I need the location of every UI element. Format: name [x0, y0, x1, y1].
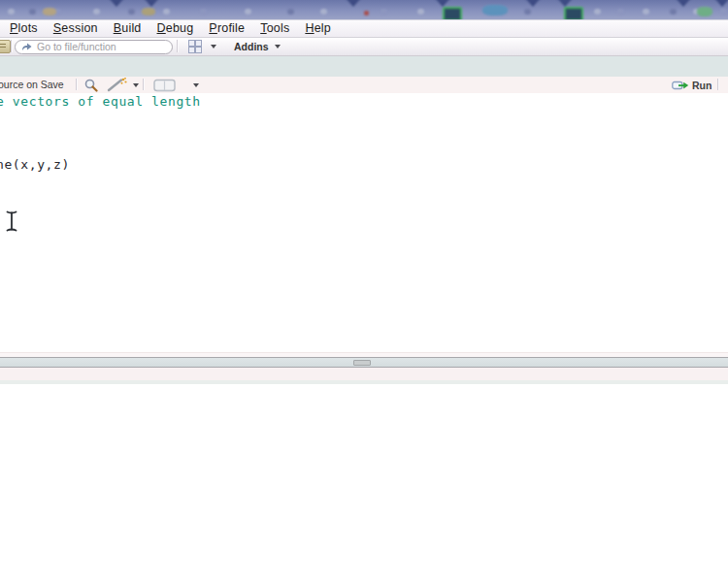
toolbar-separator: [177, 40, 178, 52]
search-input[interactable]: [35, 40, 155, 53]
text-cursor-pointer: [6, 210, 17, 232]
code-comment-line: e vectors of equal length: [0, 94, 201, 109]
source-on-save-label[interactable]: ource on Save: [0, 77, 64, 93]
menu-plots[interactable]: Plots: [2, 20, 46, 37]
menu-build[interactable]: Build: [106, 20, 149, 37]
toolbar-separator: [717, 79, 718, 90]
console-pane-body[interactable]: [0, 384, 728, 582]
goto-file-searchbox[interactable]: [15, 40, 173, 54]
addins-button[interactable]: Addins: [234, 38, 269, 55]
source-pane-toolbar: ource on Save: [0, 77, 728, 94]
magic-wand-icon[interactable]: [107, 78, 128, 92]
goto-arrow-icon: [21, 42, 32, 51]
code-statement-line: ne(x,y,z): [0, 157, 70, 172]
menu-tools[interactable]: Tools: [252, 20, 297, 37]
splitter-grip-icon[interactable]: [353, 360, 371, 366]
search-icon[interactable]: [83, 78, 99, 92]
blurred-shapes: [0, 0, 728, 19]
run-icon: [672, 80, 689, 91]
compile-notebook-icon[interactable]: [152, 78, 177, 92]
chevron-down-icon[interactable]: [133, 83, 139, 87]
menu-profile[interactable]: Profile: [201, 20, 252, 37]
source-editor[interactable]: e vectors of equal length ne(x,y,z): [0, 93, 728, 352]
chevron-down-icon[interactable]: [211, 45, 216, 48]
toolbar-separator: [76, 79, 77, 90]
pane-background: [0, 56, 728, 77]
run-button[interactable]: Run: [672, 77, 711, 93]
blurred-background-strip: [0, 0, 728, 20]
pane-splitter[interactable]: [0, 357, 728, 368]
menu-bar: Plots Session Build Debug Profile Tools …: [0, 20, 728, 38]
toolbar-separator: [143, 79, 144, 90]
rstudio-window: Plots Session Build Debug Profile Tools …: [0, 0, 728, 582]
menu-session[interactable]: Session: [46, 20, 106, 37]
menu-help[interactable]: Help: [297, 20, 339, 37]
panes-grid-icon[interactable]: [188, 40, 202, 52]
chevron-down-icon[interactable]: [193, 83, 199, 87]
save-icon[interactable]: [0, 40, 11, 53]
menu-debug[interactable]: Debug: [149, 20, 202, 37]
main-toolbar: Addins: [0, 38, 728, 56]
console-pane-header: [0, 368, 728, 380]
toolbar-separator: [11, 40, 12, 52]
chevron-down-icon[interactable]: [275, 45, 281, 48]
run-label: Run: [692, 80, 711, 91]
